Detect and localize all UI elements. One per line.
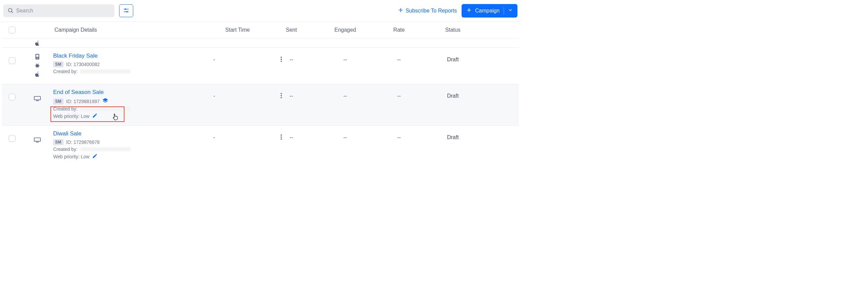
- campaign-button-label: Campaign: [475, 8, 500, 14]
- cell-rate: --: [372, 89, 426, 119]
- svg-point-5: [126, 11, 127, 12]
- svg-line-1: [11, 11, 12, 12]
- search-input-wrap[interactable]: [3, 4, 114, 17]
- layers-icon: [102, 98, 108, 105]
- apple-icon: [22, 40, 53, 46]
- web-icon: [34, 137, 41, 144]
- cell-engaged: --: [318, 131, 372, 160]
- campaign-dropdown-toggle[interactable]: [508, 8, 513, 14]
- sm-chip: SM: [53, 98, 64, 105]
- svg-point-27: [281, 97, 282, 98]
- web-priority-label: Web priority: Low: [53, 114, 90, 119]
- created-by-label: Created by:: [53, 106, 78, 112]
- cell-engaged: --: [318, 89, 372, 119]
- svg-rect-29: [35, 138, 40, 141]
- apple-icon: [35, 71, 40, 78]
- svg-point-33: [281, 139, 282, 140]
- row-checkbox[interactable]: [9, 135, 16, 142]
- svg-point-12: [36, 58, 37, 58]
- table-row: Diwali Sale SM ID: 1729876678 Created by…: [2, 126, 519, 166]
- edit-priority-button[interactable]: [92, 153, 98, 160]
- row-checkbox[interactable]: [9, 57, 16, 64]
- svg-point-31: [281, 135, 282, 136]
- search-icon: [7, 7, 13, 15]
- select-all-checkbox[interactable]: [9, 27, 16, 33]
- sm-chip: SM: [53, 61, 64, 67]
- svg-point-3: [125, 8, 126, 9]
- cell-sent: --: [265, 53, 318, 78]
- svg-point-18: [281, 57, 282, 58]
- svg-rect-11: [36, 55, 39, 57]
- cell-rate: --: [372, 53, 426, 78]
- kaios-icon: [35, 54, 40, 61]
- edit-priority-button[interactable]: [92, 113, 98, 119]
- campaign-id: ID: 1730400082: [66, 62, 100, 67]
- plus-icon: [466, 7, 472, 14]
- filter-button[interactable]: [119, 4, 133, 17]
- campaign-id: ID: 1729881997: [66, 99, 100, 104]
- svg-marker-24: [103, 98, 108, 101]
- web-priority-label: Web priority: Low: [53, 154, 90, 159]
- cell-sent: --: [265, 89, 318, 119]
- col-status: Status: [426, 27, 480, 33]
- campaign-id: ID: 1729876678: [66, 140, 100, 145]
- svg-point-13: [37, 58, 38, 58]
- svg-point-14: [38, 58, 38, 58]
- cell-status: Draft: [426, 89, 480, 119]
- svg-rect-30: [36, 142, 39, 143]
- row-checkbox[interactable]: [9, 94, 16, 100]
- subscribe-reports-button[interactable]: Subscribe To Reports: [398, 7, 457, 14]
- cell-engaged: --: [318, 53, 372, 78]
- chevron-down-icon: [508, 8, 513, 14]
- col-details: Campaign Details: [53, 27, 211, 33]
- cell-rate: --: [372, 131, 426, 160]
- svg-rect-22: [35, 97, 40, 99]
- svg-point-16: [37, 58, 38, 59]
- row-menu-button[interactable]: [281, 93, 282, 99]
- svg-point-32: [281, 137, 282, 138]
- cell-sent: --: [265, 131, 318, 160]
- web-icon: [34, 96, 41, 103]
- svg-point-26: [281, 95, 282, 96]
- new-campaign-button[interactable]: Campaign: [462, 4, 518, 18]
- campaign-name-link[interactable]: End of Season Sale: [53, 89, 104, 96]
- toolbar: Subscribe To Reports Campaign: [0, 0, 521, 22]
- created-by-label: Created by:: [53, 146, 78, 152]
- cell-start: -: [211, 89, 265, 119]
- divider: [504, 7, 504, 15]
- table-row: End of Season Sale SM ID: 1729881997 Cre…: [2, 84, 519, 126]
- campaign-name-link[interactable]: Black Friday Sale: [53, 53, 98, 59]
- svg-point-15: [36, 58, 37, 59]
- table-header: Campaign Details Start Time Sent Engaged…: [2, 22, 519, 38]
- campaign-name-link[interactable]: Diwali Sale: [53, 131, 82, 137]
- redacted-text: [80, 69, 130, 74]
- svg-point-17: [38, 58, 38, 59]
- sliders-icon: [123, 7, 129, 15]
- search-input[interactable]: [16, 8, 110, 14]
- sm-chip: SM: [53, 139, 64, 145]
- col-engaged: Engaged: [318, 27, 372, 33]
- col-sent: Sent: [265, 27, 318, 33]
- svg-point-25: [281, 93, 282, 94]
- table-row: Black Friday Sale SM ID: 1730400082 Crea…: [2, 48, 519, 84]
- col-rate: Rate: [372, 27, 426, 33]
- col-start: Start Time: [211, 27, 265, 33]
- svg-point-19: [281, 59, 282, 60]
- row-menu-button[interactable]: [281, 135, 282, 141]
- cell-start: -: [211, 131, 265, 160]
- svg-rect-23: [36, 100, 39, 101]
- svg-point-20: [281, 61, 282, 62]
- android-icon: [35, 63, 40, 69]
- cell-status: Draft: [426, 131, 480, 160]
- cell-start: -: [211, 53, 265, 78]
- cell-status: Draft: [426, 53, 480, 78]
- row-menu-button[interactable]: [281, 57, 282, 63]
- plus-icon: [398, 7, 403, 14]
- created-by-label: Created by:: [53, 69, 78, 74]
- subscribe-label: Subscribe To Reports: [405, 8, 457, 14]
- redacted-text: [80, 107, 130, 111]
- table-row-peek: [2, 38, 519, 48]
- redacted-text: [80, 147, 130, 151]
